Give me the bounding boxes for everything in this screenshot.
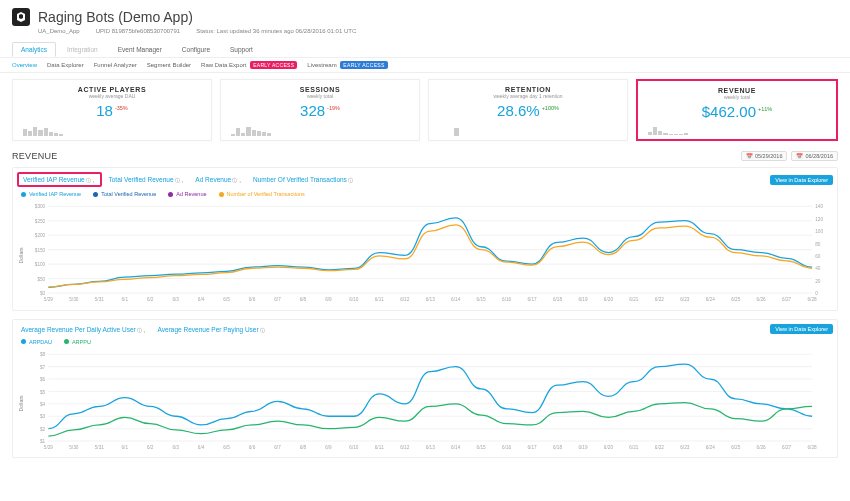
svg-text:6/18: 6/18 [553,445,563,450]
metric-average-revenue-per-daily-active-user[interactable]: Average Revenue Per Daily Active Userⓘ, [17,324,152,335]
tab-configure[interactable]: Configure [173,42,219,57]
subtab-segment-builder[interactable]: Segment Builder [147,62,191,68]
svg-text:6/13: 6/13 [426,297,436,302]
subtab-data-explorer[interactable]: Data Explorer [47,62,84,68]
metric-verified-iap-revenue[interactable]: Verified IAP Revenueⓘ, [17,172,102,187]
svg-text:$250: $250 [35,219,46,224]
card-subtitle: weekly average DAU [19,93,205,99]
legend-item: Total Verified Revenue [93,191,156,197]
svg-text:6/5: 6/5 [223,297,230,302]
date-to-button[interactable]: 📅 06/28/2016 [791,151,838,161]
arpdau-chart: Dollars $8$7$6$5$4$3$2$1 5/295/305/316/1… [17,349,833,454]
svg-text:6/28: 6/28 [808,445,818,450]
svg-text:6/23: 6/23 [680,297,690,302]
svg-text:6/11: 6/11 [375,445,385,450]
svg-text:6/21: 6/21 [629,445,639,450]
view-data-explorer-button[interactable]: View in Data Explorer [770,175,833,185]
svg-text:6/20: 6/20 [604,445,614,450]
svg-text:$3: $3 [40,414,46,419]
metric-card-retention[interactable]: RETENTION weekly average day 1 retention… [428,79,628,141]
card-subtitle: weekly total [227,93,413,99]
svg-text:6/8: 6/8 [300,297,307,302]
card-title: ACTIVE PLAYERS [19,86,205,93]
main-tabs: Analytics Integration Event Manager Conf… [0,38,850,58]
svg-text:6/14: 6/14 [451,445,461,450]
svg-text:$100: $100 [35,262,46,267]
svg-text:6/7: 6/7 [274,445,281,450]
revenue-chart-panel: Verified IAP Revenueⓘ,Total Verified Rev… [12,167,838,311]
svg-text:6/28: 6/28 [808,297,818,302]
svg-text:6/8: 6/8 [300,445,307,450]
card-title: REVENUE [644,87,830,94]
subtab-overview[interactable]: Overview [12,62,37,68]
svg-text:6/26: 6/26 [757,297,767,302]
card-subtitle: weekly average day 1 retention [435,93,621,99]
svg-text:6/12: 6/12 [400,297,410,302]
svg-text:6/3: 6/3 [172,297,179,302]
svg-text:5/30: 5/30 [69,297,79,302]
sparkline [231,124,271,136]
metric-number-of-verified-transactions[interactable]: Number Of Verified Transactionsⓘ [249,174,357,185]
svg-text:$6: $6 [40,377,46,382]
legend-item: Ad Revenue [168,191,206,197]
subtab-raw-data-export[interactable]: Raw Data Export EARLY ACCESS [201,61,297,69]
svg-text:6/24: 6/24 [706,297,716,302]
date-from-button[interactable]: 📅 05/29/2016 [741,151,788,161]
section-title: REVENUE [12,151,838,161]
card-change: +11% [758,106,772,112]
raw-export-label: Raw Data Export [201,62,246,68]
svg-text:$50: $50 [37,277,45,282]
metric-total-verified-revenue[interactable]: Total Verified Revenueⓘ, [104,174,189,185]
early-access-badge: EARLY ACCESS [340,61,387,69]
svg-text:6/27: 6/27 [782,445,792,450]
metric-card-revenue[interactable]: REVENUE weekly total $462.00+11% [636,79,838,141]
svg-text:6/3: 6/3 [172,445,179,450]
tab-analytics[interactable]: Analytics [12,42,56,57]
svg-text:6/27: 6/27 [782,297,792,302]
project-label: UA_Demo_App [38,28,80,34]
svg-text:6/25: 6/25 [731,297,741,302]
svg-text:5/29: 5/29 [44,297,54,302]
svg-text:6/15: 6/15 [477,297,487,302]
svg-text:$5: $5 [40,389,46,394]
svg-text:$0: $0 [40,291,46,296]
svg-text:6/16: 6/16 [502,297,512,302]
date-from-label: 05/29/2016 [755,153,783,159]
svg-text:6/23: 6/23 [680,445,690,450]
tab-support[interactable]: Support [221,42,262,57]
svg-text:$7: $7 [40,364,46,369]
svg-text:6/5: 6/5 [223,445,230,450]
livestream-label: Livestream [307,62,336,68]
svg-text:6/26: 6/26 [757,445,767,450]
chart2-ylabel: Dollars [18,395,24,412]
card-title: RETENTION [435,86,621,93]
svg-text:6/18: 6/18 [553,297,563,302]
svg-text:20: 20 [815,279,821,284]
svg-text:6/9: 6/9 [325,445,332,450]
svg-text:60: 60 [815,254,821,259]
svg-text:$200: $200 [35,233,46,238]
subtab-livestream[interactable]: Livestream EARLY ACCESS [307,61,387,69]
svg-text:6/11: 6/11 [375,297,385,302]
card-change: -19% [327,105,340,111]
card-subtitle: weekly total [644,94,830,100]
metric-card-sessions[interactable]: SESSIONS weekly total 328-19% [220,79,420,141]
svg-text:40: 40 [815,266,821,271]
svg-text:6/22: 6/22 [655,297,665,302]
svg-text:6/10: 6/10 [349,445,359,450]
svg-text:6/19: 6/19 [578,445,588,450]
subtab-funnel-analyzer[interactable]: Funnel Analyzer [94,62,137,68]
view-data-explorer-button[interactable]: View in Data Explorer [770,324,833,334]
metric-ad-revenue[interactable]: Ad Revenueⓘ, [191,174,247,185]
card-value: 328-19% [227,102,413,119]
metric-card-active-players[interactable]: ACTIVE PLAYERS weekly average DAU 18-35% [12,79,212,141]
svg-text:5/30: 5/30 [69,445,79,450]
svg-text:120: 120 [815,217,823,222]
svg-text:6/9: 6/9 [325,297,332,302]
svg-text:6/15: 6/15 [477,445,487,450]
metric-average-revenue-per-paying-user[interactable]: Average Revenue Per Paying Userⓘ [154,324,269,335]
tab-integration[interactable]: Integration [58,42,107,57]
svg-text:80: 80 [815,242,821,247]
card-change: -35% [115,105,128,111]
tab-event-manager[interactable]: Event Manager [109,42,171,57]
